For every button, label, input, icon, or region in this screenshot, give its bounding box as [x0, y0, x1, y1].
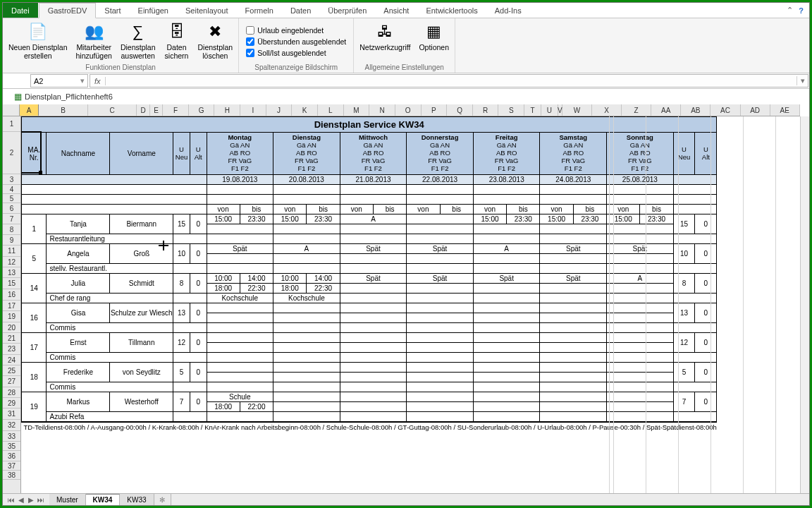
rbtn-g3-0[interactable]: 🖧Netzwerkzugriff [355, 20, 414, 63]
tab-start[interactable]: Start [96, 3, 129, 18]
row-20[interactable]: 20 [3, 322, 20, 333]
col-T[interactable]: T [524, 104, 541, 116]
tab-entwicklertools[interactable]: Entwicklertools [417, 3, 486, 18]
tab-daten[interactable]: Daten [282, 3, 319, 18]
row-13[interactable]: 13 [3, 267, 20, 278]
col-S[interactable]: S [498, 104, 524, 116]
tab-einfügen[interactable]: Einfügen [130, 3, 177, 18]
row-32[interactable]: 32 [3, 420, 20, 431]
tab-file[interactable]: Datei [3, 3, 38, 18]
col-B[interactable]: B [39, 104, 88, 116]
row-4[interactable]: 4 [3, 185, 20, 194]
col-AE[interactable]: AE [770, 104, 800, 116]
select-all-corner[interactable] [3, 104, 20, 116]
row-6[interactable]: 6 [3, 203, 20, 214]
rbtn-g1-4[interactable]: ✖Dienstplanlöschen [194, 20, 238, 63]
row-28[interactable]: 28 [3, 387, 20, 398]
sheet-tab-Muster[interactable]: Muster [49, 494, 86, 506]
rbtn-g3-0-icon: 🖧 [374, 21, 396, 42]
col-G[interactable]: G [189, 104, 215, 116]
col-L[interactable]: L [318, 104, 344, 116]
row-25[interactable]: 25 [3, 365, 20, 376]
col-J[interactable]: J [266, 104, 293, 116]
row-27[interactable]: 27 [3, 376, 20, 387]
row-15[interactable]: 15 [3, 278, 20, 289]
col-D[interactable]: D [137, 104, 149, 116]
col-N[interactable]: N [369, 104, 395, 116]
rbtn-g1-1[interactable]: 👥Mitarbeiterhinzufügen [71, 20, 116, 63]
tab-seitenlayout[interactable]: Seitenlayout [177, 3, 237, 18]
row-5[interactable]: 5 [3, 194, 20, 203]
tab-ansicht[interactable]: Ansicht [375, 3, 417, 18]
row-38[interactable]: 38 [3, 471, 20, 480]
row-31[interactable]: 31 [3, 409, 20, 420]
rbtn-g1-2[interactable]: ∑Dienstplanauswerten [116, 20, 160, 63]
help-icon[interactable]: ? [799, 6, 804, 15]
tab-formeln[interactable]: Formeln [237, 3, 282, 18]
row-12[interactable]: 12 [3, 257, 20, 267]
col-AD[interactable]: AD [741, 104, 770, 116]
row-29[interactable]: 29 [3, 398, 20, 409]
row-36[interactable]: 36 [3, 451, 20, 461]
new-sheet-button[interactable]: ✻ [154, 494, 171, 506]
col-E[interactable]: E [150, 104, 163, 116]
col-X[interactable]: X [592, 104, 622, 116]
row-11[interactable]: 11 [3, 246, 20, 257]
chevron-down-icon[interactable]: ▾ [80, 76, 85, 85]
rbtn-g1-0[interactable]: 📄Neuen Dienstplanerstellen [4, 20, 71, 63]
sheet-tab-KW33[interactable]: KW33 [120, 494, 154, 506]
row-1[interactable]: 1 [3, 116, 20, 132]
row-33[interactable]: 33 [3, 431, 20, 442]
tab-überprüfen[interactable]: Überprüfen [319, 3, 375, 18]
rbtn-g3-1[interactable]: ▦Optionen [414, 20, 453, 63]
col-W[interactable]: W [562, 104, 592, 116]
col-I[interactable]: I [240, 104, 266, 116]
chk-0[interactable]: Urlaub eingeblendet [246, 26, 346, 35]
ribbon-min-icon[interactable]: ⌃ [787, 6, 793, 15]
col-F[interactable]: F [163, 104, 189, 116]
col-AC[interactable]: AC [710, 104, 740, 116]
row-16[interactable]: 16 [3, 289, 20, 301]
sheet-grid[interactable]: Dienstplan Service KW34MA.Nr.NachnameVor… [21, 116, 800, 493]
vertical-scrollbar[interactable] [800, 116, 809, 493]
formula-input[interactable]: fx ▾ [90, 74, 808, 87]
col-AA[interactable]: AA [651, 104, 681, 116]
col-H[interactable]: H [214, 104, 240, 116]
col-O[interactable]: O [395, 104, 422, 116]
row-21[interactable]: 21 [3, 333, 20, 344]
ribbon-group-settings: 🖧Netzwerkzugriff▦Optionen Allgemeine Ein… [354, 18, 455, 73]
tab-gastroedv[interactable]: GastroEDV [39, 3, 97, 18]
col-C[interactable]: C [88, 104, 137, 116]
col-Q[interactable]: Q [447, 104, 473, 116]
row-7[interactable]: 7 [3, 214, 20, 224]
rbtn-g1-4-icon: ✖ [204, 21, 226, 42]
sheet-nav[interactable]: ⏮◀▶⏭ [3, 496, 49, 504]
row-37[interactable]: 37 [3, 461, 20, 471]
chk-2[interactable]: Soll/Ist ausgeblendet [246, 49, 346, 57]
fx-icon[interactable]: fx [90, 77, 106, 85]
chk-1[interactable]: Überstunden ausgeblendet [246, 37, 346, 46]
col-U[interactable]: U [541, 104, 558, 116]
col-R[interactable]: R [473, 104, 499, 116]
row-2[interactable]: 2 [3, 132, 20, 174]
row-3[interactable]: 3 [3, 174, 20, 185]
row-24[interactable]: 24 [3, 355, 20, 365]
chevron-down-icon[interactable]: ▾ [796, 76, 808, 85]
col-K[interactable]: K [292, 104, 318, 116]
col-P[interactable]: P [422, 104, 448, 116]
col-M[interactable]: M [344, 104, 370, 116]
col-Z[interactable]: Z [622, 104, 651, 116]
tab-add-ins[interactable]: Add-Ins [486, 3, 530, 18]
rbtn-g1-1-icon: 👥 [82, 21, 105, 42]
row-23[interactable]: 23 [3, 344, 20, 355]
sheet-tab-KW34[interactable]: KW34 [86, 494, 121, 506]
row-17[interactable]: 17 [3, 301, 20, 311]
col-AB[interactable]: AB [681, 104, 710, 116]
row-9[interactable]: 9 [3, 235, 20, 246]
col-A[interactable]: A [20, 104, 39, 116]
name-box[interactable]: A2 ▾ [30, 74, 88, 87]
row-8[interactable]: 8 [3, 224, 20, 235]
row-35[interactable]: 35 [3, 442, 20, 451]
row-19[interactable]: 19 [3, 311, 20, 322]
rbtn-g1-3[interactable]: 🗄Datensichern [160, 20, 194, 63]
